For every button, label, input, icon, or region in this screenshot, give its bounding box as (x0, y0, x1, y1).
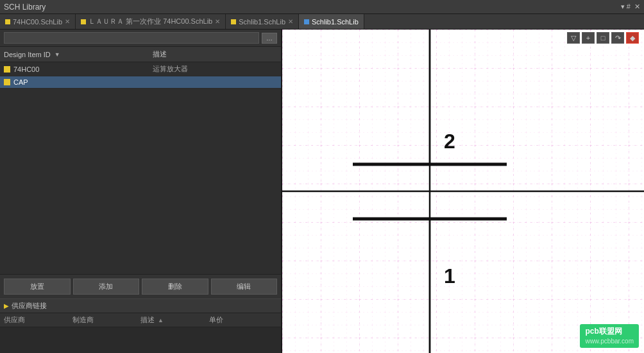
tab-icon-schlib1 (231, 19, 236, 24)
tab-schlib1b[interactable]: Schlib1.SchLib (299, 14, 364, 29)
col-header-id[interactable]: Design Item ID ▼ (4, 49, 153, 59)
tab-icon-74hc00 (5, 19, 10, 24)
add-toolbar-button[interactable]: + (582, 32, 595, 44)
title-bar-title: SCH Library (4, 3, 46, 12)
supplier-title: 供应商链接 (12, 301, 47, 311)
pin-button[interactable]: ▾ # (621, 3, 631, 11)
svg-text:2: 2 (444, 130, 455, 153)
tab-schlib1[interactable]: Schlib1.SchLib ✕ (226, 14, 299, 29)
tab-icon-laura (81, 19, 86, 24)
component-id-74hc00: 74HC00 (4, 65, 153, 73)
close-button[interactable]: ✕ (634, 3, 640, 11)
watermark-line2: www.pcbbar.com (585, 337, 634, 346)
tab-label-schlib1b: Schlib1.SchLib (312, 18, 359, 26)
svg-text:1: 1 (444, 264, 455, 288)
edit-button[interactable]: 编辑 (211, 279, 278, 295)
tab-bar: 74HC00.SchLib ✕ ＬＡＵＲＡ 第一次作业 74HC00.SchLi… (0, 14, 644, 30)
main-layout: … Design Item ID ▼ 描述 74HC00 运算放大器 (0, 30, 644, 353)
watermark: pcb联盟网 www.pcbbar.com (580, 324, 639, 348)
supplier-body (0, 327, 281, 353)
component-id-cap: CAP (4, 78, 153, 86)
select-button[interactable]: □ (597, 32, 609, 44)
sort-arrow-icon: ▼ (55, 51, 60, 58)
tab-close-laura[interactable]: ✕ (215, 18, 220, 25)
tab-close-74hc00[interactable]: ✕ (65, 18, 70, 25)
title-bar-controls: ▾ # ✕ (621, 3, 640, 11)
delete-button[interactable]: 删除 (142, 279, 208, 295)
canvas-toolbar: ▽ + □ ↷ ◆ (567, 32, 639, 44)
title-bar: SCH Library ▾ # ✕ (0, 0, 644, 14)
list-item[interactable]: 74HC00 运算放大器 (0, 62, 281, 76)
tab-close-schlib1[interactable]: ✕ (288, 18, 293, 25)
watermark-line1: pcb联盟网 (585, 326, 634, 337)
add-button[interactable]: 添加 (73, 279, 140, 295)
schematic-svg: 2 1 (282, 30, 644, 353)
highlight-button[interactable]: ◆ (626, 32, 639, 44)
search-bar: … (0, 30, 281, 47)
supplier-header[interactable]: ▶ 供应商链接 (0, 299, 281, 313)
right-panel[interactable]: ▽ + □ ↷ ◆ (282, 30, 644, 353)
component-desc-74hc00: 运算放大器 (153, 64, 277, 74)
col-header-desc: 描述 (153, 49, 277, 59)
tab-label-schlib1: Schlib1.SchLib (239, 18, 285, 26)
supplier-section: ▶ 供应商链接 供应商 制造商 描述 ▲ 单价 (0, 298, 281, 353)
tab-74hc00[interactable]: 74HC00.SchLib ✕ (0, 14, 76, 29)
supplier-sort-icon: ▲ (158, 317, 164, 323)
search-input[interactable] (4, 32, 259, 44)
search-button[interactable]: … (262, 33, 277, 44)
comp-icon-74hc00 (4, 66, 10, 73)
component-list: 74HC00 运算放大器 CAP (0, 62, 281, 274)
bottom-buttons: 放置 添加 删除 编辑 (0, 274, 281, 298)
supplier-arrow-icon: ▶ (4, 302, 9, 309)
supplier-col-supplier: 供应商 (4, 315, 72, 325)
left-panel: … Design Item ID ▼ 描述 74HC00 运算放大器 (0, 30, 282, 353)
place-button[interactable]: 放置 (4, 279, 71, 295)
supplier-col-manufacturer: 制造商 (72, 315, 141, 325)
tab-laura[interactable]: ＬＡＵＲＡ 第一次作业 74HC00.SchLib ✕ (76, 14, 226, 29)
comp-icon-cap (4, 79, 10, 85)
list-item[interactable]: CAP (0, 76, 281, 89)
supplier-table-header: 供应商 制造商 描述 ▲ 单价 (0, 313, 281, 327)
tab-label-laura: ＬＡＵＲＡ 第一次作业 74HC00.SchLib (89, 17, 212, 26)
rotate-button[interactable]: ↷ (611, 32, 624, 44)
filter-button[interactable]: ▽ (567, 32, 580, 44)
tab-label-74hc00: 74HC00.SchLib (13, 18, 62, 26)
tab-icon-schlib1b (304, 19, 309, 24)
comp-list-header: Design Item ID ▼ 描述 (0, 47, 281, 62)
supplier-col-unitprice: 单价 (209, 315, 278, 325)
supplier-col-desc: 描述 ▲ (140, 315, 209, 325)
